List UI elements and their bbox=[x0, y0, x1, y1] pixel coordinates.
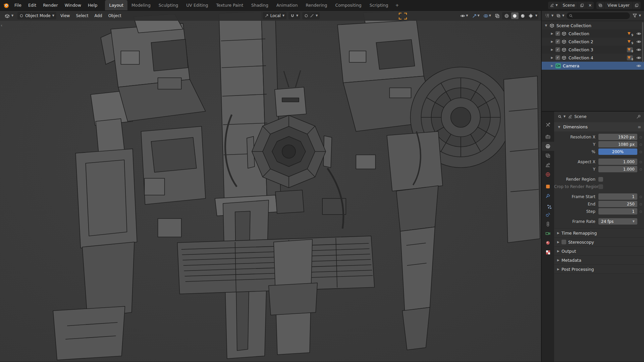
tab-render[interactable] bbox=[542, 132, 554, 141]
collection-checkbox[interactable]: ✓ bbox=[555, 55, 560, 60]
outliner-row-collection-3[interactable]: ▶ ✓ Collection 3 ▼8 bbox=[542, 46, 644, 54]
tab-tool[interactable] bbox=[542, 120, 554, 129]
gizmos-toggle[interactable]: ▼ bbox=[471, 13, 481, 19]
collection-checkbox[interactable]: ✓ bbox=[555, 39, 560, 44]
menu-add[interactable]: Add bbox=[92, 13, 104, 19]
render-region-checkbox[interactable] bbox=[598, 177, 603, 182]
section-stereoscopy[interactable]: ▶ Stereoscopy bbox=[554, 237, 644, 246]
outliner-search-input[interactable] bbox=[567, 12, 630, 19]
tab-object[interactable] bbox=[542, 182, 554, 191]
section-post-processing[interactable]: ▶ Post Processing bbox=[554, 264, 644, 274]
outliner-filter-button[interactable]: ▼ bbox=[632, 12, 642, 19]
menu-select[interactable]: Select bbox=[74, 13, 90, 19]
new-scene-button[interactable] bbox=[578, 2, 586, 9]
disclosure-icon[interactable]: ▶ bbox=[550, 40, 554, 43]
viewport-3d[interactable]: ‹ ▼ Object Mode▼ View Select Add Object … bbox=[0, 11, 541, 362]
shading-material-button[interactable] bbox=[519, 12, 527, 19]
tab-modeling[interactable]: Modeling bbox=[127, 0, 155, 10]
scene-browse-button[interactable]: ▼ bbox=[548, 2, 560, 9]
tab-view-layer[interactable] bbox=[542, 151, 554, 160]
frame-rate-dropdown[interactable]: 24 fps▼ bbox=[598, 218, 637, 225]
frame-end-field[interactable]: 250 bbox=[598, 201, 637, 207]
aspect-y-field[interactable]: 1.000 bbox=[598, 166, 637, 172]
tab-scene[interactable] bbox=[542, 161, 554, 170]
stereoscopy-checkbox[interactable] bbox=[561, 240, 566, 244]
tab-rendering[interactable]: Rendering bbox=[302, 0, 331, 10]
editor-type-button[interactable]: ▼ bbox=[3, 13, 15, 19]
tab-object-data[interactable] bbox=[542, 229, 554, 238]
aspect-x-field[interactable]: 1.000 bbox=[598, 159, 637, 165]
menu-window[interactable]: Window bbox=[62, 2, 84, 9]
disclosure-icon[interactable]: ▼ bbox=[544, 24, 548, 27]
shading-dropdown-icon[interactable]: ▼ bbox=[535, 14, 537, 17]
menu-object[interactable]: Object bbox=[106, 13, 123, 19]
panel-menu-icon[interactable]: ≡ bbox=[638, 125, 641, 129]
resolution-scale-slider[interactable]: 200% bbox=[598, 148, 637, 155]
tab-sculpting[interactable]: Sculpting bbox=[155, 0, 182, 10]
frame-start-field[interactable]: 1 bbox=[598, 193, 637, 200]
new-view-layer-button[interactable] bbox=[633, 2, 641, 9]
outliner-row-collection-4[interactable]: ▶ ✓ Collection 4 ▼8 bbox=[542, 54, 644, 62]
menu-render[interactable]: Render bbox=[40, 2, 61, 9]
section-metadata[interactable]: ▶ Metadata bbox=[554, 255, 644, 264]
outliner-editor-type-button[interactable]: ▼ bbox=[544, 12, 554, 19]
menu-edit[interactable]: Edit bbox=[25, 2, 39, 9]
properties-filter-button[interactable]: ▼ bbox=[557, 114, 566, 119]
frame-step-field[interactable]: 1 bbox=[598, 208, 637, 215]
tab-modifiers[interactable] bbox=[542, 191, 554, 200]
object-visibility-dropdown[interactable]: ▼ bbox=[459, 13, 469, 19]
tab-output[interactable] bbox=[542, 142, 554, 151]
hide-in-viewport-eye-icon[interactable] bbox=[636, 31, 642, 36]
resolution-y-field[interactable]: 1080 px bbox=[598, 141, 637, 147]
section-time-remapping[interactable]: ▶ Time Remapping bbox=[554, 228, 644, 237]
mode-dropdown[interactable]: Object Mode▼ bbox=[17, 12, 56, 19]
tab-constraints[interactable] bbox=[542, 220, 554, 229]
shading-rendered-button[interactable] bbox=[527, 12, 535, 19]
menu-file[interactable]: File bbox=[11, 2, 24, 9]
tab-texture-paint[interactable]: Texture Paint bbox=[212, 0, 247, 10]
section-output[interactable]: ▶ Output bbox=[554, 246, 644, 255]
dimensions-panel-header[interactable]: ▼ Dimensions ≡ bbox=[554, 122, 644, 131]
outliner-row-collection-2[interactable]: ▶ ✓ Collection 2 ▼9 bbox=[542, 38, 644, 46]
tab-layout[interactable]: Layout bbox=[105, 0, 127, 10]
tab-physics[interactable] bbox=[542, 210, 554, 219]
blender-logo-icon[interactable] bbox=[3, 2, 9, 9]
tab-uv-editing[interactable]: UV Editing bbox=[182, 0, 212, 10]
shading-wireframe-button[interactable] bbox=[503, 12, 511, 19]
tab-animation[interactable]: Animation bbox=[272, 0, 302, 10]
hide-in-viewport-eye-icon[interactable] bbox=[636, 55, 642, 60]
tab-world[interactable] bbox=[542, 170, 554, 179]
hide-in-viewport-eye-icon[interactable] bbox=[636, 39, 642, 44]
disclosure-icon[interactable]: ▶ bbox=[550, 64, 554, 67]
proportional-editing-dropdown[interactable]: ▼ bbox=[302, 12, 320, 19]
add-workspace-button[interactable]: + bbox=[392, 0, 402, 10]
tab-texture[interactable] bbox=[542, 248, 554, 257]
tab-particles[interactable] bbox=[542, 201, 554, 210]
xray-toggle[interactable] bbox=[493, 13, 501, 19]
menu-help[interactable]: Help bbox=[85, 2, 101, 9]
active-camera-marker-icon[interactable] bbox=[398, 12, 407, 20]
snapping-dropdown[interactable]: ▼ bbox=[288, 12, 300, 19]
outliner-scrollbar[interactable] bbox=[642, 22, 643, 62]
menu-view[interactable]: View bbox=[58, 13, 72, 19]
disclosure-icon[interactable]: ▶ bbox=[550, 56, 554, 59]
transform-orientation-dropdown[interactable]: Local▼ bbox=[263, 12, 286, 19]
overlays-toggle[interactable]: ▼ bbox=[482, 13, 492, 19]
disclosure-icon[interactable]: ▶ bbox=[550, 32, 554, 35]
tab-compositing[interactable]: Compositing bbox=[331, 0, 365, 10]
hide-in-viewport-eye-icon[interactable] bbox=[636, 63, 642, 68]
pin-icon[interactable] bbox=[636, 114, 641, 119]
outliner-row-collection-1[interactable]: ▶ ✓ Collection ▼9 bbox=[542, 29, 644, 38]
view-layer-name[interactable]: View Layer bbox=[605, 2, 633, 9]
hide-in-viewport-eye-icon[interactable] bbox=[636, 47, 642, 52]
collection-checkbox[interactable]: ✓ bbox=[555, 47, 560, 52]
outliner-row-camera[interactable]: ▶ Camera bbox=[542, 62, 644, 70]
unlink-scene-button[interactable]: × bbox=[586, 2, 594, 9]
sidebar-collapse-arrow[interactable]: ‹ bbox=[1, 23, 2, 28]
collection-checkbox[interactable]: ✓ bbox=[555, 31, 560, 36]
resolution-x-field[interactable]: 1920 px bbox=[598, 134, 637, 140]
scene-name[interactable]: Scene bbox=[560, 2, 578, 9]
outliner-display-mode-button[interactable]: ▼ bbox=[556, 13, 565, 18]
disclosure-icon[interactable]: ▶ bbox=[550, 48, 554, 51]
tab-scripting[interactable]: Scripting bbox=[366, 0, 392, 10]
